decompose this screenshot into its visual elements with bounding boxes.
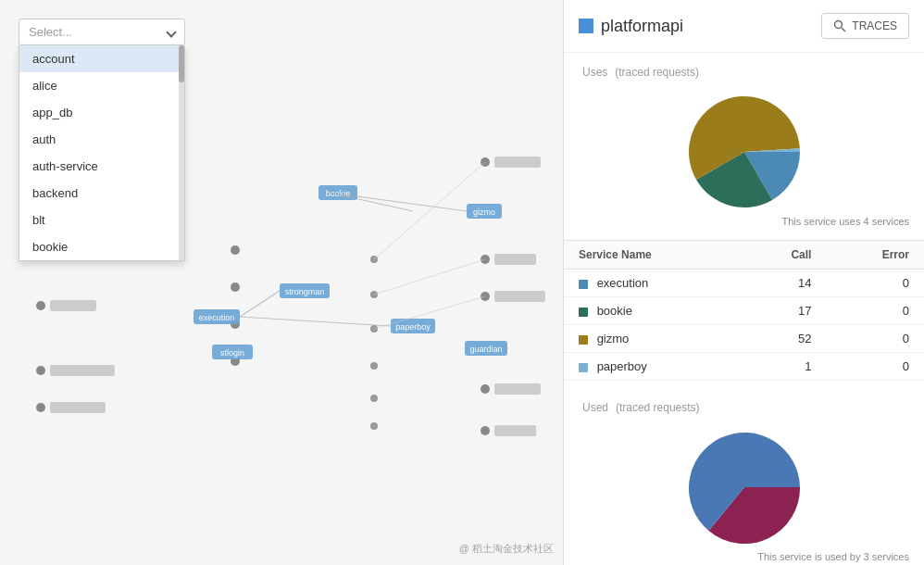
service-color-dot	[579, 280, 588, 289]
call-cell: 14	[741, 270, 827, 297]
service-cell: bookie	[564, 297, 741, 325]
watermark: @ 稻土淘金技术社区	[459, 542, 554, 556]
svg-rect-39	[494, 157, 541, 168]
service-name-cell: paperboy	[597, 359, 647, 373]
service-name-cell: gizmo	[597, 332, 630, 345]
uses-col-call: Call	[741, 241, 827, 270]
svg-line-54	[842, 28, 845, 31]
svg-point-5	[36, 403, 45, 412]
svg-text:stlogin: stlogin	[220, 348, 244, 358]
search-icon	[833, 19, 846, 32]
error-cell: 0	[826, 353, 924, 381]
dropdown-menu[interactable]: account alice app_db auth auth-service b…	[19, 45, 185, 261]
scrollbar-thumb	[179, 45, 184, 82]
traces-button[interactable]: TRACES	[821, 13, 909, 39]
svg-point-3	[36, 301, 45, 310]
svg-rect-43	[494, 425, 536, 436]
svg-text:strongman: strongman	[285, 287, 325, 296]
right-panel: platformapi TRACES Uses (traced requests…	[563, 0, 924, 565]
used-pie-caption: This service is used by 3 services	[579, 551, 909, 562]
service-cell: gizmo	[564, 325, 741, 353]
uses-subtitle: (traced requests)	[615, 66, 699, 79]
svg-rect-42	[494, 383, 541, 395]
svg-text:guardian: guardian	[469, 345, 502, 354]
dropdown-placeholder: Select...	[29, 25, 72, 39]
svg-line-33	[240, 291, 280, 317]
svg-line-51	[374, 259, 485, 295]
dropdown-item-account[interactable]: account	[19, 45, 184, 72]
svg-rect-10	[50, 365, 115, 376]
service-cell: execution	[564, 270, 741, 297]
error-cell: 0	[826, 325, 924, 353]
svg-rect-11	[50, 402, 106, 413]
table-row: bookie 17 0	[564, 297, 924, 325]
service-header: platformapi TRACES	[564, 0, 924, 53]
used-subtitle: (traced requests)	[616, 401, 700, 414]
uses-table: Service Name Call Error execution 14 0 b…	[564, 240, 924, 381]
scrollbar	[179, 45, 184, 260]
svg-point-48	[370, 395, 378, 402]
svg-rect-9	[50, 300, 96, 311]
dropdown-item-authservice[interactable]: auth-service	[19, 153, 184, 180]
service-title: platformapi	[579, 17, 683, 36]
svg-rect-40	[494, 254, 536, 265]
table-row: paperboy 1 0	[564, 353, 924, 381]
svg-text:gizmo: gizmo	[473, 207, 495, 217]
call-cell: 17	[741, 297, 827, 325]
svg-point-53	[835, 21, 843, 29]
used-pie-container: This service is used by 3 services	[564, 418, 924, 565]
used-label: Used (traced requests)	[564, 388, 924, 418]
service-dropdown[interactable]: Select... account alice app_db auth auth…	[19, 19, 185, 261]
dropdown-item-auth[interactable]: auth	[19, 126, 184, 153]
svg-point-47	[370, 362, 378, 370]
uses-pie-caption: This service uses 4 services	[579, 216, 909, 227]
dropdown-item-blt[interactable]: blt	[19, 207, 184, 233]
uses-pie-chart	[684, 92, 805, 212]
uses-label: Uses (traced requests)	[564, 53, 924, 82]
svg-point-12	[231, 245, 240, 255]
service-name-cell: bookie	[597, 304, 632, 318]
svg-line-32	[240, 317, 391, 326]
service-name-cell: execution	[597, 276, 649, 290]
service-color-dot	[579, 308, 588, 317]
service-cell: paperboy	[564, 353, 741, 381]
svg-text:execution: execution	[199, 313, 235, 322]
used-pie-chart	[684, 427, 805, 547]
svg-rect-41	[494, 291, 545, 302]
service-icon	[579, 19, 593, 33]
traces-button-label: TRACES	[852, 19, 897, 32]
svg-point-49	[370, 422, 378, 430]
used-section: Used (traced requests) This service is u…	[564, 388, 924, 565]
table-row: gizmo 52 0	[564, 325, 924, 353]
chevron-down-icon	[166, 27, 176, 37]
dropdown-item-backend[interactable]: backend	[19, 180, 184, 207]
svg-point-4	[36, 366, 45, 375]
uses-section: Uses (traced requests) This service uses…	[564, 53, 924, 381]
uses-col-service: Service Name	[564, 241, 741, 270]
error-cell: 0	[826, 270, 924, 297]
svg-point-13	[231, 282, 240, 292]
svg-text:paperboy: paperboy	[395, 322, 431, 332]
error-cell: 0	[826, 297, 924, 325]
uses-col-error: Error	[826, 241, 924, 270]
call-cell: 1	[741, 353, 827, 381]
service-name: platformapi	[601, 17, 683, 36]
service-color-dot	[579, 363, 588, 372]
graph-panel: Select... account alice app_db auth auth…	[0, 0, 563, 565]
uses-pie-container: This service uses 4 services	[564, 82, 924, 236]
dropdown-item-bookie[interactable]: bookie	[19, 233, 184, 260]
dropdown-item-appdb[interactable]: app_db	[19, 99, 184, 126]
table-row: execution 14 0	[564, 270, 924, 297]
svg-point-38	[481, 426, 490, 435]
call-cell: 52	[741, 325, 827, 353]
service-color-dot	[579, 335, 588, 345]
dropdown-item-alice[interactable]: alice	[19, 72, 184, 99]
dropdown-trigger[interactable]: Select...	[19, 19, 185, 45]
svg-point-37	[481, 384, 490, 394]
